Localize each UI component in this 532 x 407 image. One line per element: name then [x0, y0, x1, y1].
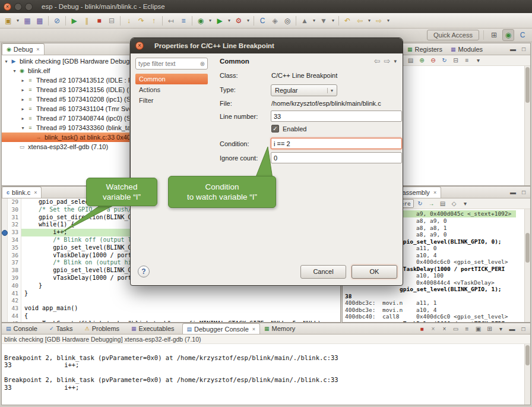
disassembly-line[interactable]: 400dbc3c: movi.n a11, 1	[343, 299, 530, 307]
code-line[interactable]: 45 xTaskCreate(&blink_task, "blink_task"…	[2, 320, 340, 322]
window-minimize-button[interactable]	[14, 3, 22, 11]
new-c-project-button[interactable]: C	[256, 15, 268, 27]
resume-button[interactable]: ▶	[68, 15, 80, 27]
step-over-button[interactable]: ↷	[135, 15, 147, 27]
show-source-button[interactable]: ▤	[438, 199, 448, 209]
console-menu-arrow[interactable]: ▾	[496, 324, 506, 333]
line-number-field[interactable]	[271, 111, 402, 122]
condition-field[interactable]	[271, 138, 402, 149]
remove-register-group-button[interactable]: ⊖	[428, 56, 438, 65]
open-console-button[interactable]: ⊞	[484, 324, 495, 333]
breakpoint-ruler[interactable]	[2, 275, 8, 282]
code-line[interactable]: 43 void app_main()	[2, 305, 340, 313]
quick-access-button[interactable]: Quick Access	[427, 30, 479, 40]
remove-all-launches-button[interactable]: ×	[439, 324, 449, 333]
nav-item-common[interactable]: Common	[135, 74, 208, 84]
nav-item-actions[interactable]: Actions	[135, 84, 208, 95]
expander-icon[interactable]: ▾	[20, 125, 26, 131]
thread-item[interactable]: ▾ ≡ Thread #9 1073433360 (blink_task : S…	[2, 123, 129, 132]
refresh-registers-button[interactable]: ↻	[439, 56, 449, 65]
close-icon[interactable]: ×	[433, 190, 436, 195]
terminate-button[interactable]: ■	[93, 15, 105, 27]
disassembly-line[interactable]: 400dbc3e: movi.n a10, 4	[343, 307, 530, 314]
window-titlebar[interactable]: × esp - Debug - blink/main/blink.c - Ecl…	[0, 0, 532, 13]
tab-registers[interactable]: ▦ Registers	[403, 43, 446, 55]
code-text[interactable]: }	[21, 290, 340, 298]
breakpoint-ruler[interactable]	[2, 313, 8, 320]
code-line[interactable]: 44 {	[2, 313, 340, 320]
cpp-perspective-button[interactable]: C	[517, 29, 528, 41]
view-menu-icon[interactable]: ▾	[394, 58, 397, 64]
forward-button[interactable]: ⇨	[373, 15, 385, 27]
thread-item[interactable]: ▸ ≡ Thread #5 1073410208 (ipc1) (Suspend…	[2, 94, 129, 104]
new-wizard-button[interactable]: ▣	[2, 15, 14, 27]
dialog-close-button[interactable]: ×	[135, 42, 144, 50]
breakpoint-ruler[interactable]	[2, 206, 8, 214]
debug-tree[interactable]: ▾ ▶ blink checking [GDB Hardware Debuggi…	[2, 55, 129, 185]
enabled-checkbox[interactable]: ✓	[271, 125, 279, 132]
help-button[interactable]: ?	[138, 266, 150, 277]
step-return-button[interactable]: ↑	[148, 15, 160, 27]
scroll-lock-button[interactable]: ≡	[462, 324, 472, 333]
new-menu-arrow[interactable]: ▾	[15, 15, 21, 27]
debug-menu-arrow[interactable]: ▾	[207, 15, 213, 27]
filter-input[interactable]	[138, 60, 192, 67]
minimize-view-icon[interactable]: ▬	[508, 188, 518, 197]
window-maximize-button[interactable]	[25, 3, 33, 11]
registers-layout-button[interactable]: ≡	[462, 56, 472, 65]
next-annotation-button[interactable]: ▼	[318, 15, 330, 27]
thread-item[interactable]: ▸ ≡ Thread #2 1073413512 (IDLE : Running…	[2, 75, 129, 85]
disassembly-line[interactable]: 38	[343, 293, 530, 300]
close-icon[interactable]: ×	[34, 190, 37, 195]
save-button[interactable]: ▦	[21, 15, 33, 27]
terminate-console-button[interactable]: ■	[417, 324, 427, 333]
nav-item-filter[interactable]: Filter	[135, 95, 208, 106]
clear-console-button[interactable]: ▭	[451, 324, 461, 333]
tab-modules[interactable]: ▦ Modules	[446, 43, 487, 55]
disassembly-line[interactable]: 400dbc40: call8 0x400dc6c0 <gpio_set_lev…	[343, 313, 530, 320]
debug-perspective-button[interactable]: ◉	[502, 29, 514, 41]
show-debug-contexts-button[interactable]: ▤	[406, 56, 416, 65]
close-icon[interactable]: ×	[252, 326, 255, 332]
disassembly-line[interactable]: vTaskDelay(1000 / portTICK_PERI	[343, 320, 530, 323]
maximize-view-icon[interactable]: □	[519, 45, 528, 54]
breakpoint-ruler[interactable]	[2, 198, 8, 206]
debug-button[interactable]: ◉	[195, 15, 207, 27]
type-dropdown[interactable]: Regular ▾	[271, 84, 337, 96]
thread-item[interactable]: ▸ ≡ Thread #3 1073413156 (IDLE) (Suspend…	[2, 85, 129, 94]
drop-to-frame-button[interactable]: ↤	[165, 15, 177, 27]
external-tools-button[interactable]: ⚙	[233, 15, 245, 27]
close-icon[interactable]: ×	[36, 46, 39, 52]
expander-icon[interactable]: ▸	[20, 106, 26, 112]
ok-button[interactable]: OK	[352, 265, 397, 279]
expander-icon[interactable]: ▸	[20, 97, 26, 102]
collapse-all-button[interactable]: ⊟	[451, 56, 461, 65]
stack-frame-item[interactable]: → blink_task() at blink.c:33 0x400dbc30	[2, 132, 129, 142]
open-perspective-button[interactable]: ⊞	[488, 29, 500, 41]
expander-icon[interactable]: ▸	[20, 78, 26, 83]
breakpoint-ruler[interactable]	[2, 229, 8, 236]
registers-menu-arrow[interactable]: ▾	[473, 56, 483, 65]
suspend-button[interactable]: ∥	[81, 15, 93, 27]
gdb-process-item[interactable]: ▭ xtensa-esp32-elf-gdb (7.10)	[2, 142, 129, 152]
breakpoint-ruler[interactable]	[2, 290, 8, 298]
code-text[interactable]: void app_main()	[21, 305, 340, 313]
minimize-view-button[interactable]: ▬	[507, 324, 517, 333]
step-into-button[interactable]: ↓	[123, 15, 135, 27]
registers-scrollbar[interactable]	[524, 66, 530, 185]
console-output[interactable]: Breakpoint 2, blink_task (pvParameter=0x…	[2, 344, 530, 405]
disassembly-scrollbar[interactable]	[524, 209, 530, 322]
thread-item[interactable]: ▸ ≡ Thread #7 1073408744 (ipc0) (Suspend…	[2, 113, 129, 123]
disassembly-menu-arrow[interactable]: ▾	[460, 199, 470, 209]
tab-memory[interactable]: ▦ Memory	[260, 323, 303, 334]
forward-icon[interactable]: ⇨	[384, 56, 391, 65]
track-expression-button[interactable]: ◇	[449, 199, 459, 209]
breakpoint-ruler[interactable]	[2, 221, 8, 229]
instruction-stepping-button[interactable]: ≡	[178, 15, 189, 27]
search-button[interactable]: ◎	[281, 15, 293, 27]
previous-annotation-menu-arrow[interactable]: ▾	[311, 15, 317, 27]
tab-executables[interactable]: ▦ Executables	[127, 323, 182, 334]
breakpoint-ruler[interactable]	[2, 282, 8, 290]
breakpoint-ruler[interactable]	[2, 214, 8, 222]
save-all-button[interactable]: ▩	[34, 15, 46, 27]
